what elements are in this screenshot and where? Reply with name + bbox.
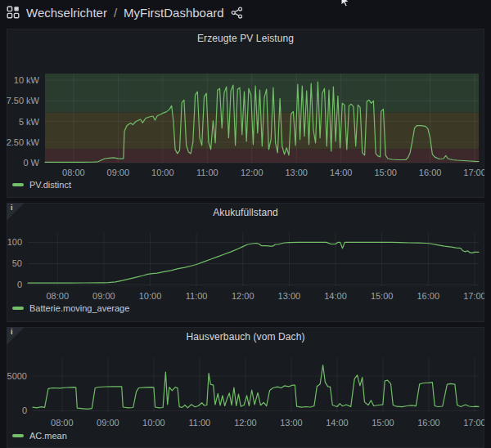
y-tick-label: 0 W xyxy=(23,158,39,168)
panel-hausverbrauch: i Hausverbauch (vom Dach) 0500008:0009:0… xyxy=(7,327,484,448)
x-tick-label: 12:00 xyxy=(241,168,264,177)
x-tick-label: 09:00 xyxy=(97,418,119,428)
x-tick-label: 12:00 xyxy=(232,291,255,301)
grafana-dashboard: { "header": { "folder": "Wechselrichter"… xyxy=(0,0,491,448)
y-tick-label: 5000 xyxy=(7,371,27,381)
y-tick-label: 0 xyxy=(22,405,27,415)
x-tick-label: 13:00 xyxy=(278,291,301,301)
x-tick-label: 15:00 xyxy=(372,418,394,428)
x-tick-label: 16:00 xyxy=(417,291,440,301)
x-tick-label: 17:00 xyxy=(463,291,484,301)
breadcrumb-folder[interactable]: Wechselrichter xyxy=(26,6,107,20)
x-tick-label: 16:00 xyxy=(419,168,442,177)
share-icon[interactable] xyxy=(231,7,243,19)
y-tick-label: 5 kW xyxy=(19,117,40,127)
y-tick-label: 0 xyxy=(17,280,22,289)
series-line xyxy=(33,365,479,410)
y-tick-label: 100 xyxy=(7,237,22,247)
legend-series-swatch-icon xyxy=(12,434,24,437)
dashboard-header: Wechselrichter / MyFirstDashboard xyxy=(0,0,491,25)
x-tick-label: 08:00 xyxy=(46,291,69,301)
x-tick-label: 14:00 xyxy=(324,291,347,301)
legend: Batterie.moving_average xyxy=(12,303,129,313)
x-tick-label: 12:00 xyxy=(234,418,257,428)
x-tick-label: 11:00 xyxy=(196,168,218,177)
legend-series-label[interactable]: Batterie.moving_average xyxy=(29,303,129,313)
panel-pv-leistung: Erzeugte PV Leistung 0 W2.50 kW5 kW7.50 … xyxy=(7,29,484,198)
dashboards-grid-icon[interactable] xyxy=(7,6,20,19)
y-tick-label: 50 xyxy=(12,258,22,268)
legend-series-label[interactable]: AC.mean xyxy=(29,431,67,441)
x-tick-label: 10:00 xyxy=(139,291,162,301)
x-tick-label: 08:00 xyxy=(51,418,74,428)
series-line xyxy=(28,242,479,283)
legend: AC.mean xyxy=(12,431,67,441)
panel-akkufuellstand: i Akukufüllstand 05010008:0009:0010:0011… xyxy=(7,203,484,322)
x-tick-label: 13:00 xyxy=(285,168,308,177)
x-tick-label: 08:00 xyxy=(62,168,85,177)
timeseries-chart[interactable]: 0500008:0009:0010:0011:0012:0013:0014:00… xyxy=(7,327,484,448)
breadcrumb-separator: / xyxy=(114,6,117,20)
x-tick-label: 13:00 xyxy=(280,418,303,428)
x-tick-label: 11:00 xyxy=(186,291,208,301)
breadcrumb-dashboard[interactable]: MyFirstDashboard xyxy=(124,6,224,20)
x-tick-label: 09:00 xyxy=(92,291,115,301)
x-tick-label: 17:00 xyxy=(463,168,484,177)
legend-series-swatch-icon xyxy=(12,183,24,186)
x-tick-label: 10:00 xyxy=(151,168,174,177)
x-tick-label: 17:00 xyxy=(463,418,484,428)
legend-series-swatch-icon xyxy=(12,307,24,310)
legend-series-label[interactable]: PV.distinct xyxy=(29,180,71,190)
x-tick-label: 14:00 xyxy=(330,168,353,177)
x-tick-label: 15:00 xyxy=(371,291,394,301)
x-tick-label: 16:00 xyxy=(417,418,440,428)
x-tick-label: 11:00 xyxy=(189,418,211,428)
y-tick-label: 7.50 kW xyxy=(7,96,40,105)
threshold-band xyxy=(45,74,479,112)
x-tick-label: 14:00 xyxy=(326,418,349,428)
threshold-band xyxy=(45,149,479,163)
x-tick-label: 09:00 xyxy=(107,168,130,177)
x-tick-label: 15:00 xyxy=(374,168,397,177)
y-tick-label: 10 kW xyxy=(14,75,40,85)
timeseries-chart[interactable]: 0 W2.50 kW5 kW7.50 kW10 kW08:0009:0010:0… xyxy=(7,29,484,198)
y-tick-label: 2.50 kW xyxy=(7,137,40,147)
x-tick-label: 10:00 xyxy=(142,418,165,428)
legend: PV.distinct xyxy=(12,180,71,190)
